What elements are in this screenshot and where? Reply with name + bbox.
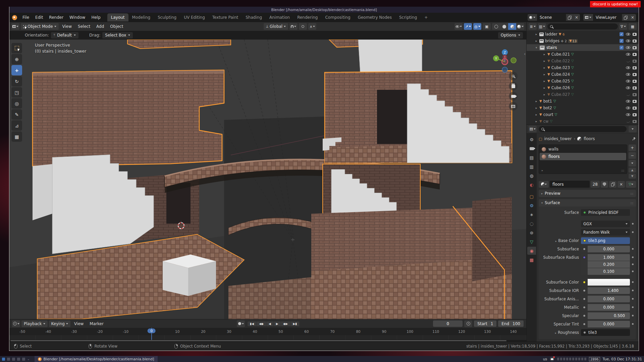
disable-render-icon[interactable] bbox=[633, 93, 637, 96]
window-titlebar[interactable]: Blender [/home/amalie/Desktop/blender/ca… bbox=[9, 7, 639, 13]
disable-render-icon[interactable] bbox=[633, 46, 637, 49]
animate-dot[interactable] bbox=[632, 263, 634, 265]
disable-render-icon[interactable] bbox=[633, 66, 637, 69]
outliner-item-cube022[interactable]: ▸▼ Cube.022▽ bbox=[527, 58, 639, 64]
prev-keyframe-button[interactable]: ◀◆ bbox=[257, 321, 266, 326]
hide-eye-icon[interactable] bbox=[626, 46, 630, 49]
disable-render-icon[interactable] bbox=[633, 100, 637, 103]
menu-window[interactable]: Window bbox=[67, 14, 88, 21]
outliner-item-cube027[interactable]: ▸▼ Cube.027▽ bbox=[527, 91, 639, 98]
properties-editor-type-button[interactable]: ▤ bbox=[529, 126, 537, 132]
tab-geometry-nodes[interactable]: Geometry Nodes bbox=[354, 13, 395, 21]
outliner-item-bot1[interactable]: ▸▼ bot1▽ bbox=[527, 98, 639, 105]
workspace-5-button[interactable] bbox=[22, 358, 25, 361]
outliner-filter-button[interactable]: ∇ bbox=[619, 23, 627, 30]
outliner-item-cube025[interactable]: ▸▼ Cube.025▽ bbox=[527, 78, 639, 84]
viewlayer-copy-button[interactable] bbox=[622, 14, 629, 21]
metallic-field[interactable]: 0.000 bbox=[588, 304, 630, 311]
breadcrumb-material[interactable]: floors bbox=[584, 136, 595, 141]
editor-type-button[interactable] bbox=[11, 23, 19, 30]
specular-tint-field[interactable]: 0.000 bbox=[588, 321, 630, 327]
menu-object[interactable]: Object bbox=[108, 23, 125, 29]
taskbar-arrow-icon[interactable]: ⌄ bbox=[27, 357, 30, 361]
roughness-field[interactable]: tile3 bbox=[581, 329, 630, 336]
viewlayer-name[interactable]: ViewLayer bbox=[593, 14, 622, 21]
new-material-button[interactable] bbox=[609, 181, 616, 188]
falloff-dropdown[interactable]: ∧ bbox=[308, 23, 316, 30]
outliner-editor-type-button[interactable]: ≣ bbox=[529, 23, 537, 30]
drag-setting-dropdown[interactable]: Select Box bbox=[102, 32, 133, 39]
jump-to-start-button[interactable]: ▮◀ bbox=[248, 321, 257, 326]
disable-render-icon[interactable] bbox=[633, 113, 637, 116]
outliner-item-stairs[interactable]: ▾ stairs ✓ bbox=[527, 44, 639, 51]
menu-select[interactable]: Select bbox=[75, 23, 93, 29]
scene-name[interactable]: Scene bbox=[537, 14, 566, 21]
play-reverse-button[interactable]: ◀ bbox=[266, 321, 274, 326]
viewport-3d[interactable]: User Perspective (0) stairs | insides_to… bbox=[9, 40, 526, 319]
tool-rotate[interactable]: ↻ bbox=[11, 76, 22, 86]
tab-uv-editing[interactable]: UV Editing bbox=[180, 13, 209, 21]
shading-wireframe-button[interactable] bbox=[492, 23, 500, 30]
browse-material-button[interactable] bbox=[539, 181, 549, 188]
menu-render[interactable]: Render bbox=[46, 14, 66, 21]
hide-eye-icon[interactable] bbox=[626, 66, 630, 69]
zoom-button[interactable]: + bbox=[509, 72, 518, 80]
tab-shading[interactable]: Shading bbox=[242, 13, 266, 21]
hide-eye-icon[interactable] bbox=[626, 120, 630, 123]
orientation-setting-dropdown[interactable]: ⤒Default bbox=[51, 32, 78, 39]
keyboard-layout-indicator[interactable]: us bbox=[543, 357, 547, 361]
radius-x-field[interactable]: 1.000 bbox=[588, 254, 630, 261]
tab-scene[interactable]: ◍ bbox=[527, 172, 536, 180]
frame-start-field[interactable]: Start1 bbox=[474, 320, 496, 327]
slot-specials-button[interactable] bbox=[629, 160, 636, 167]
outliner-item-cube021[interactable]: ▸▼ Cube.021▽ bbox=[527, 51, 639, 58]
timeline-scrollbar[interactable] bbox=[9, 340, 526, 342]
tab-particles[interactable]: ∗ bbox=[527, 210, 536, 219]
animate-dot[interactable] bbox=[632, 306, 634, 308]
shading-material-button[interactable] bbox=[508, 23, 516, 30]
tool-move[interactable]: + bbox=[11, 65, 22, 75]
tool-add-cube[interactable]: ▦ bbox=[11, 131, 22, 142]
outliner-item-ladder[interactable]: ▸ ladder ▼6 ✓ bbox=[527, 31, 639, 38]
tab-material[interactable]: ◉ bbox=[527, 247, 536, 255]
tool-annotate[interactable]: ✎ bbox=[11, 109, 22, 120]
sss-method-dropdown[interactable]: Random Walk bbox=[581, 229, 630, 236]
radius-y-field[interactable]: 0.200 bbox=[588, 261, 630, 268]
toggle-xray-button[interactable]: ▣ bbox=[483, 23, 491, 30]
animate-dot[interactable] bbox=[632, 298, 634, 300]
material-users-button[interactable]: 28 bbox=[591, 181, 600, 188]
playback-menu[interactable]: Playback bbox=[21, 320, 48, 327]
timeline-tracks[interactable] bbox=[9, 335, 526, 340]
tool-measure[interactable]: ⊿ bbox=[11, 120, 22, 131]
tray-counter[interactable]: 2896 bbox=[589, 357, 600, 361]
tool-select-box[interactable] bbox=[11, 43, 22, 53]
workspace-4-button[interactable] bbox=[17, 358, 20, 361]
tab-sculpting[interactable]: Sculpting bbox=[154, 13, 180, 21]
add-slot-button[interactable]: + bbox=[629, 144, 636, 151]
workspace-2-button[interactable] bbox=[7, 358, 10, 361]
timeline-editor-type-button[interactable] bbox=[12, 320, 20, 327]
jump-to-end-button[interactable]: ▶▮ bbox=[290, 321, 300, 326]
viewport-scene[interactable] bbox=[9, 40, 526, 319]
disable-render-icon[interactable] bbox=[633, 73, 637, 76]
animate-dot[interactable] bbox=[632, 290, 634, 291]
subsurface-color-swatch[interactable] bbox=[588, 279, 630, 286]
outliner-item-court[interactable]: ▸▼ court▽ bbox=[527, 111, 639, 118]
subsurface-ior-field[interactable]: 1.400 bbox=[588, 287, 630, 294]
tool-transform[interactable]: ◎ bbox=[11, 98, 22, 109]
preview-panel-header[interactable]: ▸ Preview :::: bbox=[539, 190, 636, 197]
hide-eye-icon[interactable] bbox=[626, 94, 630, 96]
add-workspace-button[interactable]: + bbox=[421, 13, 431, 21]
outliner-item-cw[interactable]: ▸▼ cw▽ bbox=[527, 118, 639, 124]
outliner-item-bot2[interactable]: ▸▼ bot2▽ bbox=[527, 105, 639, 111]
disable-render-icon[interactable] bbox=[633, 60, 637, 63]
current-frame-field[interactable]: 0 bbox=[433, 320, 463, 327]
distribution-dropdown[interactable]: GGX bbox=[581, 221, 630, 227]
next-keyframe-button[interactable]: ◆▶ bbox=[281, 321, 291, 326]
menu-edit[interactable]: Edit bbox=[33, 14, 46, 21]
tab-modeling[interactable]: Modeling bbox=[128, 13, 154, 21]
tab-data[interactable]: ▽ bbox=[527, 238, 536, 246]
animate-dot[interactable] bbox=[632, 231, 634, 233]
mode-dropdown[interactable]: Object Mode bbox=[21, 23, 59, 30]
tab-modifiers[interactable]: ⚙ bbox=[527, 201, 536, 209]
